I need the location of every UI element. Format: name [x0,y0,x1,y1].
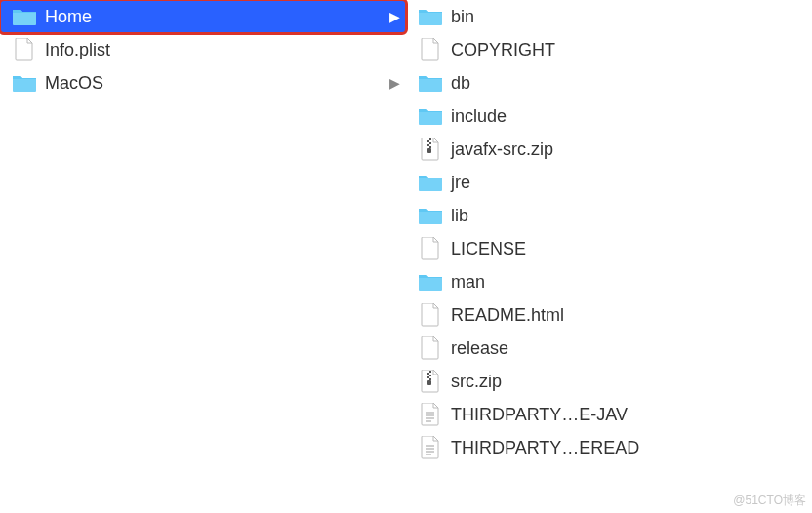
folder-icon [416,106,445,126]
item-label: COPYRIGHT [445,40,806,60]
list-item[interactable]: db [406,66,812,99]
item-label: src.zip [445,372,806,392]
zip-icon [416,370,445,393]
item-label: jre [445,173,806,193]
list-item[interactable]: README.html [406,298,812,332]
item-label: include [445,106,806,127]
right-column: bin COPYRIGHT db include javafx-src.zip … [406,0,812,513]
list-item[interactable]: lib [406,199,812,232]
list-item[interactable]: MacOS▶ [0,66,406,99]
item-label: javafx-src.zip [445,139,806,160]
svg-rect-5 [427,148,431,153]
item-label: release [445,338,806,359]
item-label: bin [445,7,806,27]
folder-icon [416,173,445,192]
file-icon [416,237,445,260]
list-item[interactable]: jre [406,166,812,199]
folder-icon [416,7,445,26]
list-item[interactable]: man [406,265,812,298]
svg-rect-3 [427,144,429,146]
chevron-right-icon: ▶ [385,75,400,91]
item-label: Home [39,7,385,27]
list-item[interactable]: bin [406,0,812,33]
svg-rect-1 [427,140,429,142]
item-label: LICENSE [445,239,806,259]
list-item[interactable]: THIRDPARTY…EREAD [406,431,812,464]
svg-rect-8 [429,375,431,376]
file-icon [10,38,39,61]
svg-rect-10 [429,378,431,380]
item-label: man [445,272,806,293]
item-label: lib [445,206,806,226]
file-icon [416,38,445,61]
svg-rect-0 [429,138,431,140]
item-label: README.html [445,305,806,326]
textfile-icon [416,403,445,426]
svg-rect-7 [427,373,429,375]
file-icon [416,336,445,360]
svg-rect-11 [427,380,431,385]
item-label: Info.plist [39,40,400,60]
folder-icon [416,206,445,225]
svg-rect-2 [429,142,431,144]
textfile-icon [416,436,445,459]
item-label: MacOS [39,73,385,94]
list-item[interactable]: Home▶ [0,0,406,33]
folder-icon [10,73,39,93]
list-item[interactable]: release [406,332,812,365]
svg-rect-6 [429,371,431,373]
list-item[interactable]: LICENSE [406,232,812,265]
list-item[interactable]: javafx-src.zip [406,133,812,166]
list-item[interactable]: src.zip [406,365,812,398]
item-label: THIRDPARTY…E-JAV [445,405,806,425]
item-label: THIRDPARTY…EREAD [445,438,806,458]
list-item[interactable]: THIRDPARTY…E-JAV [406,398,812,431]
item-label: db [445,73,806,94]
list-item[interactable]: include [406,99,812,133]
chevron-right-icon: ▶ [385,9,400,24]
file-icon [416,303,445,327]
folder-icon [10,7,39,26]
svg-rect-4 [429,146,431,148]
folder-icon [416,272,445,292]
folder-icon [416,73,445,93]
left-column: Home▶ Info.plist MacOS▶ [0,0,406,513]
zip-icon [416,138,445,161]
svg-rect-9 [427,376,429,378]
list-item[interactable]: COPYRIGHT [406,33,812,66]
list-item[interactable]: Info.plist [0,33,406,66]
